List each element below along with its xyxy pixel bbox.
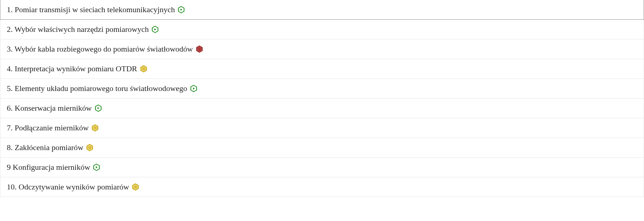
item-label: 7. Podłączanie mierników — [7, 123, 89, 133]
status-yellow-icon — [86, 144, 93, 151]
list-item[interactable]: 7. Podłączanie mierników — [0, 118, 644, 138]
status-yellow-icon — [132, 183, 139, 191]
status-green-icon — [152, 26, 159, 33]
list-item[interactable]: 3. Wybór kabla rozbiegowego do pomiarów … — [0, 39, 644, 59]
status-red-icon — [196, 45, 203, 53]
status-green-icon — [95, 105, 102, 112]
list-item[interactable]: 9 Konfiguracja mierników — [0, 157, 644, 177]
list-item[interactable]: 5. Elementy układu pomiarowego toru świa… — [0, 78, 644, 99]
list-item[interactable]: 6. Konserwacja mierników — [0, 98, 644, 118]
item-label: 3. Wybór kabla rozbiegowego do pomiarów … — [7, 44, 193, 54]
list-item[interactable]: 8. Zakłócenia pomiarów — [0, 138, 644, 158]
item-label: 1. Pomiar transmisji w sieciach telekomu… — [7, 5, 175, 14]
item-label: 5. Elementy układu pomiarowego toru świa… — [7, 84, 187, 93]
item-label: 10. Odczytywanie wyników pomiarów — [7, 182, 129, 192]
list-item[interactable]: 10. Odczytywanie wyników pomiarów — [0, 177, 644, 197]
status-green-icon — [190, 85, 197, 92]
status-yellow-icon — [91, 124, 99, 131]
list-item[interactable]: 2. Wybór właściwych narzędzi pomiarowych — [0, 19, 644, 39]
item-label: 6. Konserwacja mierników — [7, 104, 92, 113]
status-yellow-icon — [140, 65, 147, 72]
item-label: 2. Wybór właściwych narzędzi pomiarowych — [7, 25, 149, 34]
list-item[interactable]: 1. Pomiar transmisji w sieciach telekomu… — [0, 0, 644, 20]
status-green-icon — [178, 6, 185, 13]
quiz-list: 1. Pomiar transmisji w sieciach telekomu… — [0, 0, 644, 197]
item-label: 9 Konfiguracja mierników — [7, 163, 90, 172]
status-green-icon — [93, 164, 100, 171]
list-item[interactable]: 4. Interpretacja wyników pomiaru OTDR — [0, 59, 644, 79]
item-label: 8. Zakłócenia pomiarów — [7, 143, 83, 152]
item-label: 4. Interpretacja wyników pomiaru OTDR — [7, 64, 137, 73]
